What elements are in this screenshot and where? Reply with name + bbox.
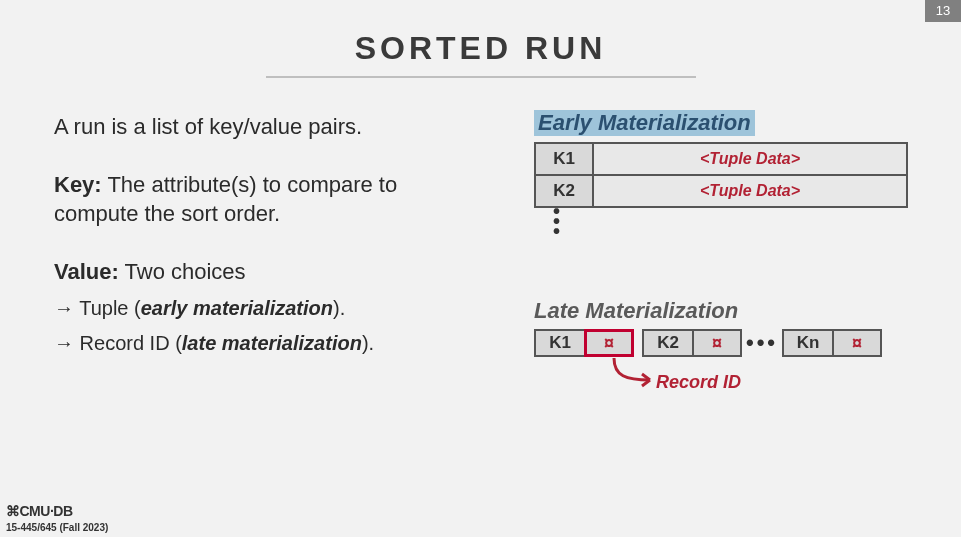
early-row-2: K2 <Tuple Data> <box>536 176 906 208</box>
arrow-icon: → <box>54 297 74 319</box>
early-row-1: K1 <Tuple Data> <box>536 144 906 176</box>
early-val-2: <Tuple Data> <box>594 176 906 206</box>
early-table: K1 <Tuple Data> K2 <Tuple Data> <box>534 142 908 208</box>
footer-course: 15-445/645 (Fall 2023) <box>6 522 108 533</box>
slide-title: SORTED RUN <box>0 30 961 67</box>
key-label: Key: <box>54 172 102 197</box>
arrow-icon: → <box>54 332 74 354</box>
choice-1: → Tuple (early materialization). <box>54 295 484 322</box>
choice-2-pre: Record ID ( <box>80 332 182 354</box>
record-id-callout: Record ID <box>656 372 741 393</box>
slide: 13 SORTED RUN A run is a list of key/val… <box>0 0 961 537</box>
value-text: Two choices <box>125 259 246 284</box>
late-row: K1 ¤ K2 ¤ ••• Kn ¤ <box>534 328 882 358</box>
late-v1-highlight: ¤ <box>584 329 634 357</box>
choice-1-post: ). <box>333 297 345 319</box>
page-number: 13 <box>925 0 961 22</box>
late-vn: ¤ <box>832 329 882 357</box>
choice-2-em: late materialization <box>182 332 362 354</box>
early-materialization-label: Early Materialization <box>534 110 755 136</box>
late-v2: ¤ <box>692 329 742 357</box>
value-line: Value: Two choices <box>54 257 484 287</box>
footer-logo: ⌘CMU·DB <box>6 503 73 519</box>
title-rule <box>266 76 696 78</box>
choice-2-post: ). <box>362 332 374 354</box>
early-key-1: K1 <box>536 144 594 174</box>
late-k1: K1 <box>534 329 584 357</box>
late-k2: K2 <box>642 329 692 357</box>
choice-1-em: early materialization <box>141 297 333 319</box>
vertical-dots-icon: ••• <box>553 206 560 236</box>
early-val-1: <Tuple Data> <box>594 144 906 174</box>
early-key-2: K2 <box>536 176 594 206</box>
callout-arrow-icon <box>608 356 663 390</box>
intro-line: A run is a list of key/value pairs. <box>54 112 484 142</box>
key-text: The attribute(s) to compare to compute t… <box>54 172 397 227</box>
value-label: Value: <box>54 259 119 284</box>
choice-1-pre: Tuple ( <box>79 297 141 319</box>
late-kn: Kn <box>782 329 832 357</box>
late-materialization-label: Late Materialization <box>534 298 738 324</box>
horizontal-dots-icon: ••• <box>742 330 782 356</box>
key-line: Key: The attribute(s) to compare to comp… <box>54 170 484 229</box>
choice-2: → Record ID (late materialization). <box>54 330 484 357</box>
body-text: A run is a list of key/value pairs. Key:… <box>54 112 484 365</box>
